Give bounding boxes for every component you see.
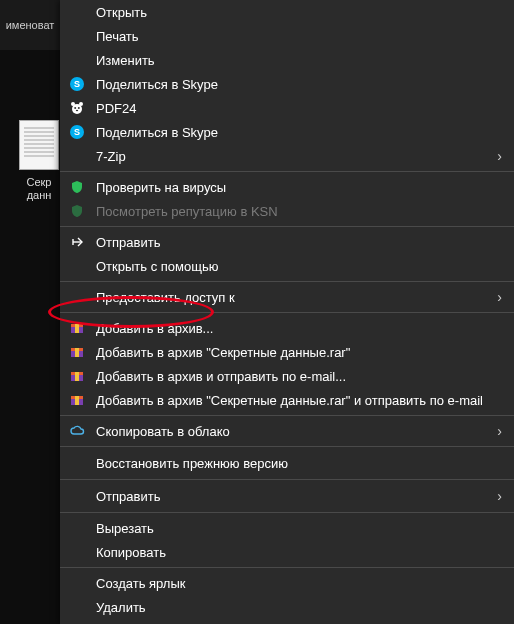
spacer-icon <box>68 147 86 165</box>
spacer-icon <box>68 598 86 616</box>
spacer-icon <box>68 487 86 505</box>
svg-text:S: S <box>74 79 80 89</box>
menu-label: Добавить в архив "Секретные данные.rar" … <box>96 393 502 408</box>
separator <box>60 446 514 447</box>
menu-delete[interactable]: Удалить <box>60 595 514 619</box>
separator <box>60 479 514 480</box>
menu-copy[interactable]: Копировать <box>60 540 514 564</box>
svg-point-4 <box>78 107 80 109</box>
svg-point-7 <box>79 102 83 106</box>
svg-rect-15 <box>75 348 79 357</box>
file-caption: Секрданн <box>14 176 64 202</box>
menu-label: Посмотреть репутацию в KSN <box>96 204 502 219</box>
menu-scan-viruses[interactable]: Проверить на вирусы <box>60 175 514 199</box>
spacer-icon <box>68 519 86 537</box>
winrar-icon <box>68 367 86 385</box>
menu-create-shortcut[interactable]: Создать ярлык <box>60 571 514 595</box>
spacer-icon <box>68 454 86 472</box>
menu-pdf24[interactable]: PDF24 <box>60 96 514 120</box>
context-menu: Открыть Печать Изменить S Поделиться в S… <box>60 0 514 624</box>
svg-rect-18 <box>75 372 79 381</box>
menu-label: 7-Zip <box>96 149 497 164</box>
menu-label: Удалить <box>96 600 502 615</box>
skype-icon: S <box>68 75 86 93</box>
menu-add-to-archive-mail[interactable]: Добавить в архив и отправить по e-mail..… <box>60 364 514 388</box>
winrar-icon <box>68 319 86 337</box>
chevron-right-icon: › <box>497 289 502 305</box>
menu-label: Проверить на вирусы <box>96 180 502 195</box>
spacer-icon <box>68 27 86 45</box>
chevron-right-icon: › <box>497 488 502 504</box>
skype-icon: S <box>68 123 86 141</box>
menu-ksn-reputation: Посмотреть репутацию в KSN <box>60 199 514 223</box>
separator <box>60 281 514 282</box>
menu-add-to-archive-name[interactable]: Добавить в архив "Секретные данные.rar" <box>60 340 514 364</box>
menu-7zip[interactable]: 7-Zip › <box>60 144 514 168</box>
kaspersky-shield-icon <box>68 178 86 196</box>
kaspersky-shield-icon <box>68 202 86 220</box>
menu-give-access[interactable]: Предоставить доступ к › <box>60 285 514 309</box>
menu-label: Добавить в архив... <box>96 321 502 336</box>
pdf24-icon <box>68 99 86 117</box>
separator <box>60 226 514 227</box>
menu-label: Предоставить доступ к <box>96 290 497 305</box>
menu-edit[interactable]: Изменить <box>60 48 514 72</box>
menu-label: PDF24 <box>96 101 502 116</box>
cloud-icon <box>68 422 86 440</box>
menu-label: Поделиться в Skype <box>96 77 502 92</box>
share-icon <box>68 233 86 251</box>
spacer-icon <box>68 3 86 21</box>
winrar-icon <box>68 391 86 409</box>
file-page-icon <box>19 120 59 170</box>
svg-point-5 <box>76 110 78 112</box>
menu-label: Скопировать в облако <box>96 424 497 439</box>
toolbar-fragment: именоват <box>0 0 60 50</box>
menu-send-2[interactable]: Отправить › <box>60 483 514 509</box>
menu-label: Копировать <box>96 545 502 560</box>
file-thumbnail[interactable]: Секрданн <box>18 120 60 202</box>
separator <box>60 171 514 172</box>
menu-print[interactable]: Печать <box>60 24 514 48</box>
menu-add-to-archive[interactable]: Добавить в архив... <box>60 316 514 340</box>
menu-label: Открыть <box>96 5 502 20</box>
menu-send-1[interactable]: Отправить <box>60 230 514 254</box>
spacer-icon <box>68 288 86 306</box>
spacer-icon <box>68 51 86 69</box>
menu-open-with[interactable]: Открыть с помощью <box>60 254 514 278</box>
menu-open[interactable]: Открыть <box>60 0 514 24</box>
menu-label: Печать <box>96 29 502 44</box>
menu-label: Открыть с помощью <box>96 259 502 274</box>
menu-share-skype-1[interactable]: S Поделиться в Skype <box>60 72 514 96</box>
menu-copy-cloud[interactable]: Скопировать в облако › <box>60 419 514 443</box>
svg-rect-12 <box>75 324 79 333</box>
menu-label: Вырезать <box>96 521 502 536</box>
toolbar-fragment-text: именоват <box>6 19 55 31</box>
svg-text:S: S <box>74 127 80 137</box>
separator <box>60 512 514 513</box>
spacer-icon <box>68 574 86 592</box>
menu-label: Изменить <box>96 53 502 68</box>
menu-label: Поделиться в Skype <box>96 125 502 140</box>
menu-label: Добавить в архив "Секретные данные.rar" <box>96 345 502 360</box>
chevron-right-icon: › <box>497 148 502 164</box>
menu-restore-version[interactable]: Восстановить прежнюю версию <box>60 450 514 476</box>
svg-rect-21 <box>75 396 79 405</box>
menu-label: Восстановить прежнюю версию <box>96 456 502 471</box>
spacer-icon <box>68 257 86 275</box>
menu-cut[interactable]: Вырезать <box>60 516 514 540</box>
menu-share-skype-2[interactable]: S Поделиться в Skype <box>60 120 514 144</box>
spacer-icon <box>68 543 86 561</box>
menu-label: Создать ярлык <box>96 576 502 591</box>
menu-label: Отправить <box>96 235 502 250</box>
winrar-icon <box>68 343 86 361</box>
separator <box>60 312 514 313</box>
chevron-right-icon: › <box>497 423 502 439</box>
svg-point-3 <box>74 107 76 109</box>
menu-add-to-archive-name-mail[interactable]: Добавить в архив "Секретные данные.rar" … <box>60 388 514 412</box>
svg-point-6 <box>71 102 75 106</box>
separator <box>60 567 514 568</box>
menu-rename[interactable]: Переименовать <box>60 619 514 624</box>
menu-label: Добавить в архив и отправить по e-mail..… <box>96 369 502 384</box>
separator <box>60 415 514 416</box>
menu-label: Отправить <box>96 489 497 504</box>
